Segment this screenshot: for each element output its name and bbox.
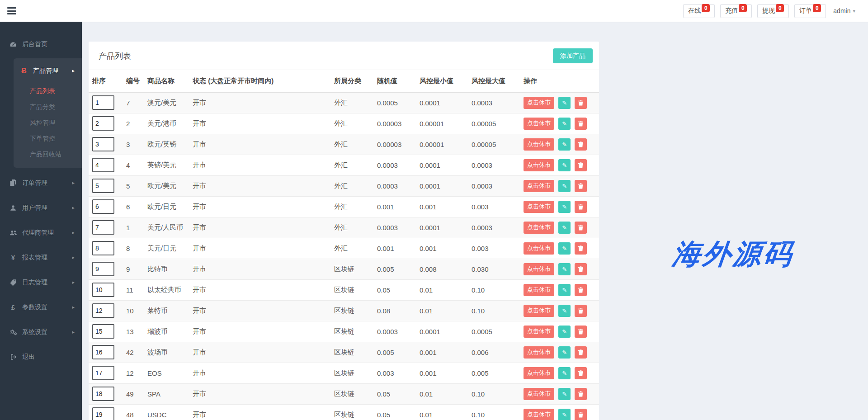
product-name: 美元/人民币 (144, 217, 189, 238)
sort-input[interactable] (92, 324, 114, 339)
sidebar-item-order-management[interactable]: 订单管理 ▸ (0, 170, 82, 195)
delete-button[interactable] (575, 326, 587, 338)
edit-button[interactable]: ✎ (558, 201, 571, 213)
edit-button[interactable]: ✎ (558, 326, 571, 338)
sort-input[interactable] (92, 303, 114, 318)
edit-button[interactable]: ✎ (558, 242, 571, 255)
withdraw-stat-button[interactable]: 提现 0 (757, 4, 789, 18)
sidebar-subitem-order-control[interactable]: 下单管控 (14, 131, 82, 146)
sidebar-item-log-management[interactable]: 日志管理 ▸ (0, 270, 82, 295)
edit-button[interactable]: ✎ (558, 138, 571, 151)
edit-button[interactable]: ✎ (558, 305, 571, 317)
product-id: 2 (123, 113, 144, 134)
edit-button[interactable]: ✎ (558, 284, 571, 296)
sort-input[interactable] (92, 220, 114, 235)
delete-button[interactable] (575, 242, 587, 255)
product-status: 开市 (189, 155, 330, 175)
sidebar-item-dashboard[interactable]: 后台首页 (0, 32, 82, 57)
delete-button[interactable] (575, 201, 587, 213)
sidebar-subitem-product-recycle[interactable]: 产品回收站 (14, 146, 82, 162)
sidebar-item-logout[interactable]: 退出 (0, 344, 82, 369)
withdraw-count-badge: 0 (776, 4, 784, 12)
delete-button[interactable] (575, 97, 587, 109)
sort-input[interactable] (92, 407, 114, 420)
sort-input[interactable] (92, 241, 114, 255)
sidebar-item-system-settings[interactable]: 系统设置 ▸ (0, 320, 82, 344)
sort-input[interactable] (92, 199, 114, 214)
close-market-button[interactable]: 点击休市 (524, 242, 554, 255)
close-market-button[interactable]: 点击休市 (524, 305, 554, 317)
delete-button[interactable] (575, 118, 587, 130)
close-market-button[interactable]: 点击休市 (524, 180, 554, 192)
product-name: 比特币 (144, 259, 189, 279)
product-status: 开市 (189, 363, 330, 383)
hamburger-menu-icon[interactable] (7, 7, 17, 14)
delete-button[interactable] (575, 263, 587, 275)
delete-button[interactable] (575, 305, 587, 317)
close-market-button[interactable]: 点击休市 (524, 222, 554, 234)
edit-button[interactable]: ✎ (558, 263, 571, 275)
sidebar-item-report-management[interactable]: ¥ 报表管理 ▸ (0, 245, 82, 270)
close-market-button[interactable]: 点击休市 (524, 388, 554, 400)
close-market-button[interactable]: 点击休市 (524, 326, 554, 338)
delete-button[interactable] (575, 180, 587, 192)
delete-button[interactable] (575, 284, 587, 296)
delete-button[interactable] (575, 346, 587, 359)
edit-button[interactable]: ✎ (558, 222, 571, 234)
delete-button[interactable] (575, 388, 587, 400)
sidebar-subitem-risk-management[interactable]: 风控管理 (14, 115, 82, 131)
close-market-button[interactable]: 点击休市 (524, 409, 554, 420)
risk-max-value: 0.10 (468, 279, 520, 300)
close-market-button[interactable]: 点击休市 (524, 159, 554, 171)
sort-input[interactable] (92, 366, 114, 380)
recharge-stat-button[interactable]: 充值 0 (720, 4, 752, 18)
product-status: 开市 (189, 196, 330, 217)
edit-button[interactable]: ✎ (558, 180, 571, 192)
risk-min-value: 0.00001 (416, 134, 468, 155)
edit-button[interactable]: ✎ (558, 118, 571, 130)
sort-input[interactable] (92, 345, 114, 359)
dashboard-icon (9, 41, 17, 48)
close-market-button[interactable]: 点击休市 (524, 97, 554, 109)
sort-input[interactable] (92, 387, 114, 401)
online-stat-button[interactable]: 在线 0 (683, 4, 715, 18)
sort-input[interactable] (92, 116, 114, 131)
sort-input[interactable] (92, 137, 114, 151)
close-market-button[interactable]: 点击休市 (524, 201, 554, 213)
sidebar-item-product-management[interactable]: Ƀ 产品管理 ▸ (14, 58, 82, 83)
sidebar-item-agent-management[interactable]: 代理商管理 ▸ (0, 220, 82, 245)
table-row: 2 美元/港币 开市 外汇 0.00003 0.00001 0.00005 点击… (89, 113, 599, 134)
sidebar-item-parameter-settings[interactable]: £ 参数设置 ▸ (0, 295, 82, 320)
yen-icon: ¥ (9, 254, 17, 261)
chevron-right-icon: ▸ (72, 304, 75, 310)
sort-input[interactable] (92, 179, 114, 193)
add-product-button[interactable]: 添加产品 (553, 48, 593, 63)
sort-input[interactable] (92, 262, 114, 276)
delete-button[interactable] (575, 138, 587, 151)
close-market-button[interactable]: 点击休市 (524, 367, 554, 379)
sort-input[interactable] (92, 158, 114, 172)
delete-button[interactable] (575, 222, 587, 234)
orders-stat-button[interactable]: 订单 0 (794, 4, 826, 18)
sort-input[interactable] (92, 95, 114, 110)
sidebar-item-user-management[interactable]: 用户管理 ▸ (0, 195, 82, 220)
close-market-button[interactable]: 点击休市 (524, 263, 554, 275)
edit-button[interactable]: ✎ (558, 346, 571, 359)
edit-button[interactable]: ✎ (558, 409, 571, 420)
edit-button[interactable]: ✎ (558, 97, 571, 109)
close-market-button[interactable]: 点击休市 (524, 118, 554, 130)
sort-input[interactable] (92, 283, 114, 297)
close-market-button[interactable]: 点击休市 (524, 346, 554, 359)
sidebar-subitem-product-category[interactable]: 产品分类 (14, 99, 82, 115)
admin-dropdown[interactable]: admin ▾ (831, 7, 857, 14)
close-market-button[interactable]: 点击休市 (524, 138, 554, 151)
edit-button[interactable]: ✎ (558, 367, 571, 379)
sidebar-subitem-product-list[interactable]: 产品列表 (14, 83, 82, 99)
delete-button[interactable] (575, 409, 587, 420)
close-market-button[interactable]: 点击休市 (524, 284, 554, 296)
delete-button[interactable] (575, 159, 587, 171)
edit-button[interactable]: ✎ (558, 159, 571, 171)
delete-button[interactable] (575, 367, 587, 379)
random-value: 0.08 (373, 300, 416, 321)
edit-button[interactable]: ✎ (558, 388, 571, 400)
